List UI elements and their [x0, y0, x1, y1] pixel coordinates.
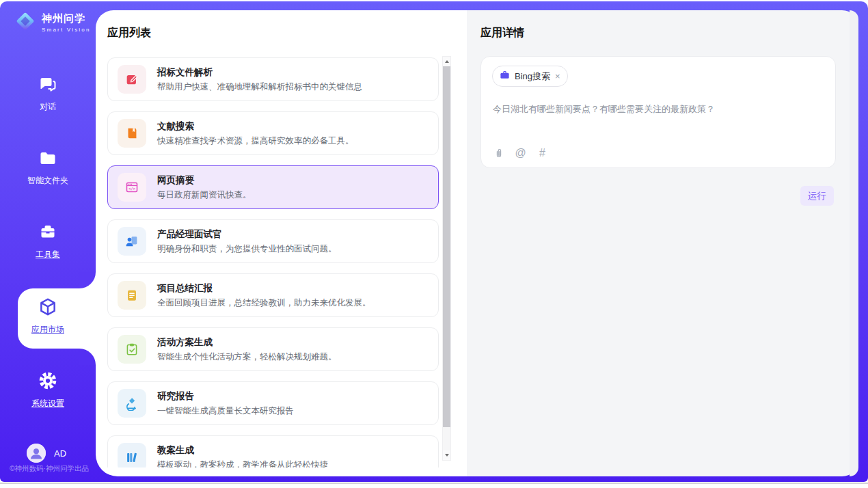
- app-card[interactable]: 文献搜索 快速精准查找学术资源，提高研究效率的必备工具。: [107, 111, 439, 155]
- tool-chip-bing-search[interactable]: Bing搜索 ×: [492, 66, 568, 87]
- app-card-title: 教案生成: [157, 444, 328, 457]
- user-initials: AD: [54, 448, 66, 459]
- app-card[interactable]: 产品经理面试官 明确身份和职责，为您提供专业性的面试问题。: [107, 219, 439, 263]
- sidebar-item-label: 智能文件夹: [27, 175, 68, 187]
- at-icon[interactable]: @: [515, 147, 526, 159]
- app-window: 神州问学 Smart Vision 对话 智能文件夹: [0, 0, 868, 488]
- app-card-description: 快速精准查找学术资源，提高研究效率的必备工具。: [157, 135, 354, 147]
- avatar: [27, 444, 46, 463]
- app-card-description: 一键智能生成高质量长文本研究报告: [157, 405, 294, 417]
- chat-icon: [38, 75, 57, 96]
- scrollbar-thumb[interactable]: [443, 66, 450, 427]
- clipboard-check-icon: [118, 335, 146, 364]
- app-card-description: 全面回顾项目进展，总结经验教训，助力未来优化发展。: [157, 297, 371, 309]
- book-icon: [118, 119, 146, 148]
- app-card-description: 每日政府新闻资讯快查。: [157, 189, 252, 201]
- app-detail-title: 应用详情: [480, 26, 524, 40]
- window-bottom-edge: [0, 483, 868, 484]
- brand-name: 神州问学: [42, 12, 91, 25]
- sidebar-item-smart-folder[interactable]: 智能文件夹: [0, 149, 96, 187]
- app-list-scrollbar[interactable]: [442, 56, 451, 461]
- app-card[interactable]: 研究报告 一键智能生成高质量长文本研究报告: [107, 381, 439, 425]
- app-card-description: 智能生成个性化活动方案，轻松解决规划难题。: [157, 351, 337, 363]
- sidebar: 神州问学 Smart Vision 对话 智能文件夹: [0, 1, 96, 482]
- brand-subtitle: Smart Vision: [42, 27, 91, 33]
- app-card-title: 招标文件解析: [157, 66, 362, 79]
- books-icon: [118, 443, 146, 467]
- run-button[interactable]: 运行: [800, 186, 834, 206]
- briefcase-icon: [500, 70, 510, 83]
- detail-scroll-gutter: [850, 10, 858, 476]
- app-card-description: 明确身份和职责，为您提供专业性的面试问题。: [157, 243, 337, 255]
- brand-logo: 神州问学 Smart Vision: [14, 10, 91, 36]
- sidebar-item-app-market[interactable]: 应用市场: [0, 297, 96, 336]
- app-card-title: 产品经理面试官: [157, 228, 337, 241]
- sidebar-item-label: 工具集: [36, 249, 60, 260]
- webpage-icon: </>: [118, 173, 146, 202]
- app-card-title: 活动方案生成: [157, 336, 337, 349]
- interviewer-icon: [118, 227, 146, 256]
- document-icon: [118, 281, 146, 310]
- sidebar-item-settings[interactable]: 系统设置: [0, 370, 96, 409]
- app-card-description: 帮助用户快速、准确地理解和解析招标书中的关键信息: [157, 81, 362, 93]
- close-icon[interactable]: ×: [555, 72, 560, 81]
- app-list-title: 应用列表: [107, 26, 151, 40]
- app-card[interactable]: 活动方案生成 智能生成个性化活动方案，轻松解决规划难题。: [107, 327, 439, 371]
- app-list: 招标文件解析 帮助用户快速、准确地理解和解析招标书中的关键信息 文献搜索 快速精…: [107, 56, 439, 467]
- pen-square-icon: [118, 65, 146, 94]
- app-card-title: 项目总结汇报: [157, 282, 371, 295]
- brand-text: 神州问学 Smart Vision: [42, 12, 91, 33]
- tool-chip-label: Bing搜索: [515, 70, 550, 83]
- app-card-title: 文献搜索: [157, 120, 354, 133]
- sidebar-item-chat[interactable]: 对话: [0, 75, 96, 113]
- folder-icon: [38, 149, 57, 170]
- sidebar-item-label: 对话: [40, 101, 56, 113]
- paperclip-icon[interactable]: [493, 147, 504, 159]
- composer-toolbar: @ #: [493, 147, 548, 159]
- microscope-icon: [118, 389, 146, 418]
- toolbox-icon: [38, 223, 57, 244]
- sidebar-footer: ©神州数码·神州问学出品: [4, 464, 94, 474]
- tab-curve-top: [79, 272, 96, 288]
- app-card[interactable]: 项目总结汇报 全面回顾项目进展，总结经验教训，助力未来优化发展。: [107, 273, 439, 317]
- app-card-description: 模板驱动，教案秒成，教学准备从此轻松快捷: [157, 459, 328, 468]
- app-card[interactable]: </> 网页摘要 每日政府新闻资讯快查。: [107, 165, 439, 209]
- tab-curve-bottom: [79, 349, 96, 365]
- query-text[interactable]: 今日湖北有哪些新闻要点？有哪些需要关注的最新政策？: [493, 103, 821, 116]
- gear-icon: [38, 370, 58, 393]
- brand-diamond-icon: [14, 10, 37, 36]
- scrollbar-up-arrow[interactable]: [443, 57, 450, 66]
- app-card-title: 网页摘要: [157, 174, 252, 187]
- app-card[interactable]: 教案生成 模板驱动，教案秒成，教学准备从此轻松快捷: [107, 435, 439, 467]
- prompt-composer[interactable]: Bing搜索 × 今日湖北有哪些新闻要点？有哪些需要关注的最新政策？ @ #: [480, 56, 836, 168]
- sidebar-item-label: 系统设置: [31, 398, 64, 409]
- svg-text:</>: </>: [128, 187, 136, 191]
- sidebar-item-label: 应用市场: [31, 324, 64, 336]
- hash-icon[interactable]: #: [537, 147, 548, 159]
- user-account[interactable]: AD: [27, 444, 66, 463]
- app-card-title: 研究报告: [157, 390, 294, 403]
- sidebar-item-toolset[interactable]: 工具集: [0, 223, 96, 260]
- app-card[interactable]: 招标文件解析 帮助用户快速、准确地理解和解析招标书中的关键信息: [107, 57, 439, 101]
- cube-icon: [38, 297, 58, 319]
- scrollbar-down-arrow[interactable]: [443, 450, 450, 460]
